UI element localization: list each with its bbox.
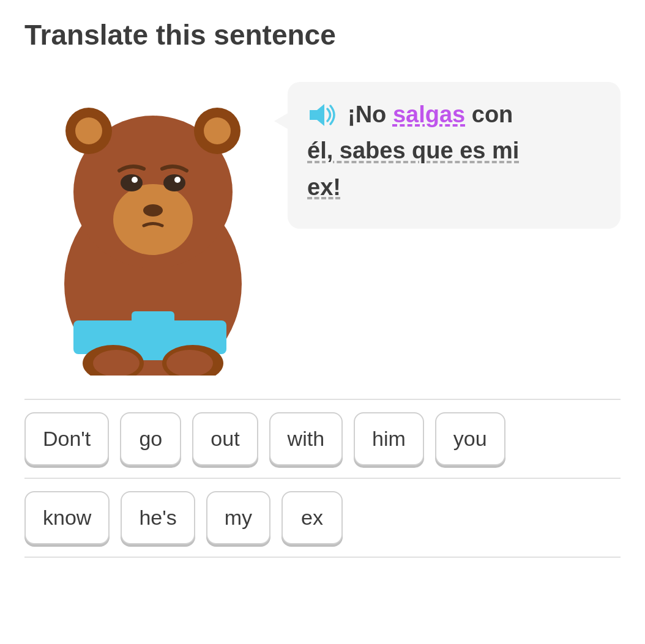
bubble-text-line3: ex!: [307, 174, 341, 200]
word-row-2: know he's my ex: [24, 485, 621, 550]
speech-bubble: ¡No salgas con él, sabes que es mi ex!: [288, 82, 621, 229]
word-tile-hes[interactable]: he's: [121, 491, 195, 544]
highlighted-word: salgas: [393, 102, 465, 127]
svg-point-11: [143, 204, 163, 217]
divider-bottom: [24, 557, 621, 558]
word-tile-you[interactable]: you: [435, 412, 505, 465]
word-tile-my[interactable]: my: [206, 491, 270, 544]
svg-marker-18: [310, 104, 324, 126]
word-tile-dont[interactable]: Don't: [24, 412, 109, 465]
bubble-text-line2: él, sabes que es mi: [307, 138, 519, 163]
divider-middle: [24, 478, 621, 479]
page-title: Translate this sentence: [24, 18, 621, 51]
word-tile-ex[interactable]: ex: [281, 491, 343, 544]
bear-illustration: [24, 64, 281, 369]
word-tile-him[interactable]: him: [354, 412, 424, 465]
word-tile-go[interactable]: go: [120, 412, 181, 465]
divider-top: [24, 399, 621, 400]
svg-point-17: [166, 350, 213, 376]
svg-point-9: [132, 177, 138, 183]
word-tile-know[interactable]: know: [24, 491, 110, 544]
bubble-content: ¡No salgas con él, sabes que es mi ex!: [307, 99, 601, 203]
svg-point-6: [113, 184, 193, 255]
word-row-1: Don't go out with him you: [24, 406, 621, 472]
svg-point-5: [204, 117, 231, 144]
svg-point-7: [121, 174, 143, 191]
svg-point-4: [75, 117, 102, 144]
svg-point-16: [93, 350, 140, 376]
page: Translate this sentence: [0, 0, 645, 644]
bubble-text-line1: ¡No salgas con: [348, 99, 513, 130]
word-tile-out[interactable]: out: [192, 412, 258, 465]
svg-point-8: [163, 174, 185, 191]
middle-section: ¡No salgas con él, sabes que es mi ex!: [24, 64, 621, 369]
speaker-icon[interactable]: [307, 102, 339, 128]
svg-point-10: [174, 177, 181, 183]
word-tiles-section: Don't go out with him you know he's my e…: [24, 382, 621, 575]
word-tile-with[interactable]: with: [269, 412, 343, 465]
bubble-top-line: ¡No salgas con: [307, 99, 601, 130]
